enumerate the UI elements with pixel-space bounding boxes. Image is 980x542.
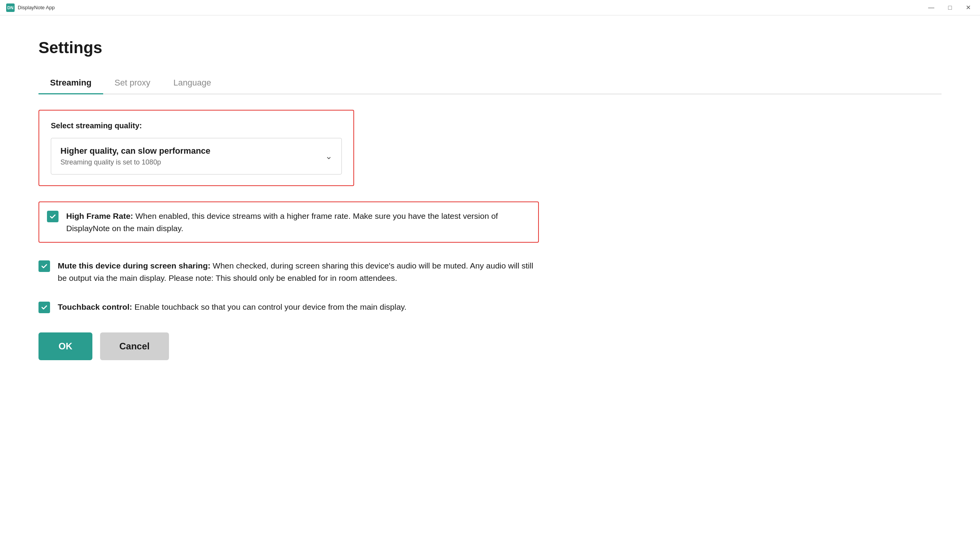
app-logo: DN bbox=[6, 3, 15, 12]
mute-device-text: Mute this device during screen sharing: … bbox=[58, 260, 539, 284]
checkmark-icon bbox=[49, 213, 56, 220]
touchback-checkbox-wrapper bbox=[38, 302, 50, 313]
mute-device-row: Mute this device during screen sharing: … bbox=[38, 260, 539, 284]
minimize-button[interactable]: — bbox=[925, 3, 937, 12]
ok-button[interactable]: OK bbox=[38, 332, 92, 360]
mute-device-checkbox-wrapper bbox=[38, 260, 50, 272]
checkmark-icon bbox=[41, 304, 48, 311]
high-frame-rate-row: High Frame Rate: When enabled, this devi… bbox=[38, 201, 539, 243]
touchback-checkbox[interactable] bbox=[38, 302, 50, 313]
main-content: Settings Streaming Set proxy Language Se… bbox=[0, 15, 980, 383]
touchback-text: Touchback control: Enable touchback so t… bbox=[58, 301, 406, 313]
title-bar-left: DN DisplayNote App bbox=[6, 3, 55, 12]
checkmark-icon bbox=[41, 263, 48, 270]
quality-label: Select streaming quality: bbox=[51, 121, 342, 130]
window-controls: — □ ✕ bbox=[925, 3, 974, 12]
quality-dropdown-text: Higher quality, can slow performance Str… bbox=[60, 146, 211, 166]
high-frame-rate-checkbox[interactable] bbox=[47, 211, 59, 222]
button-row: OK Cancel bbox=[38, 332, 942, 360]
tabs-container: Streaming Set proxy Language bbox=[38, 72, 942, 94]
tab-set-proxy[interactable]: Set proxy bbox=[103, 72, 162, 94]
app-name: DisplayNote App bbox=[18, 5, 55, 10]
high-frame-rate-checkbox-wrapper bbox=[47, 211, 59, 222]
tab-language[interactable]: Language bbox=[162, 72, 223, 94]
high-frame-rate-text: High Frame Rate: When enabled, this devi… bbox=[66, 210, 530, 234]
cancel-button[interactable]: Cancel bbox=[100, 332, 169, 360]
quality-dropdown-main: Higher quality, can slow performance bbox=[60, 146, 211, 156]
quality-section: Select streaming quality: Higher quality… bbox=[38, 110, 354, 186]
close-button[interactable]: ✕ bbox=[963, 3, 974, 12]
chevron-down-icon: ⌄ bbox=[325, 151, 332, 161]
quality-dropdown[interactable]: Higher quality, can slow performance Str… bbox=[51, 138, 342, 175]
tab-streaming[interactable]: Streaming bbox=[38, 72, 103, 94]
mute-device-checkbox[interactable] bbox=[38, 260, 50, 272]
page-title: Settings bbox=[38, 39, 942, 57]
quality-dropdown-sub: Streaming quality is set to 1080p bbox=[60, 158, 211, 166]
touchback-row: Touchback control: Enable touchback so t… bbox=[38, 301, 539, 313]
title-bar: DN DisplayNote App — □ ✕ bbox=[0, 0, 980, 15]
maximize-button[interactable]: □ bbox=[945, 3, 955, 12]
